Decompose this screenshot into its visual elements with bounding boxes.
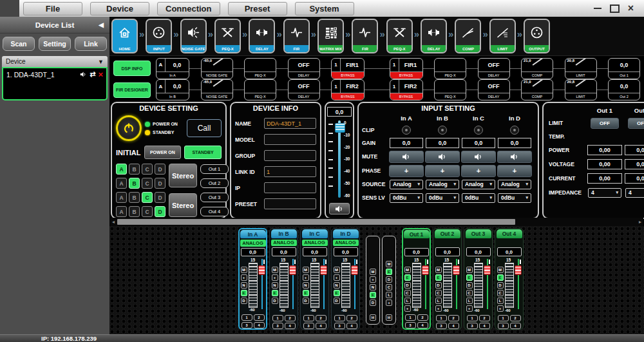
delay-button[interactable]: D (404, 282, 411, 289)
preset-field[interactable] (264, 198, 316, 209)
chain-peq-block[interactable]: PEQ-X (434, 79, 466, 100)
fader-track[interactable] (351, 257, 358, 312)
fader-handle[interactable] (484, 265, 491, 275)
eq-button[interactable]: E (334, 290, 340, 296)
out-1-button[interactable]: Out 1 (200, 164, 229, 174)
scroll-right-icon[interactable]: ▸ (637, 219, 643, 225)
device-dropdown[interactable]: Device ▼ (2, 56, 108, 67)
strip-header[interactable]: In B (271, 229, 297, 238)
delay-button[interactable]: D (370, 299, 376, 306)
sens-lv-select[interactable]: 0dBu▾ (462, 193, 495, 203)
mute-button[interactable] (389, 151, 424, 163)
delay-button[interactable]: D (272, 298, 278, 304)
toolbar-peq-x-in[interactable]: PEQ-X (214, 19, 241, 53)
chain-fir-block[interactable]: 1FIR2 BYPASS (390, 79, 423, 100)
mute-button[interactable]: M (334, 267, 340, 273)
route-4-button[interactable]: 4 (510, 323, 521, 329)
comp-button[interactable]: C (435, 290, 442, 296)
name-field[interactable]: DDA-43DT_1 (264, 118, 316, 129)
eq-button[interactable]: E (241, 290, 247, 296)
phase-button[interactable]: + (241, 274, 247, 281)
chain-fir-block[interactable]: 1FIR2 BYPASS (331, 79, 365, 100)
sens-lv-select[interactable]: 0dBu▾ (498, 193, 531, 203)
standby-button[interactable]: STANDBY (184, 146, 222, 159)
sync-loop-icon[interactable]: ⇄ (90, 70, 95, 79)
master-mute-button[interactable] (329, 203, 350, 214)
limit-button[interactable]: L (404, 298, 411, 304)
phase-button[interactable]: + (272, 274, 278, 281)
route-4-button[interactable]: 4 (254, 322, 265, 328)
chain-delay-block[interactable]: OFF DELAY (478, 58, 510, 79)
strip-gain-value[interactable]: 0,0 (241, 248, 265, 256)
gain-value[interactable]: 0,0 (426, 138, 459, 148)
strip-gain-value[interactable]: 0,0 (272, 247, 296, 256)
eq-button[interactable]: E (272, 290, 278, 296)
route-1-button[interactable]: 1 (272, 315, 283, 321)
model-field[interactable] (264, 134, 316, 145)
source-select[interactable]: Analog▾ (390, 180, 423, 189)
fader-track[interactable] (289, 257, 296, 312)
route-4-button[interactable]: 4 (448, 323, 459, 329)
gain-value[interactable]: 0,0 (498, 138, 531, 148)
route-3-button[interactable]: 3 (272, 323, 283, 329)
matrix-cell-c[interactable]: C (142, 206, 153, 217)
matrix-cell-b[interactable]: B (129, 192, 140, 203)
strip-header[interactable]: Out 2 (435, 229, 460, 238)
eq-button[interactable]: E (466, 274, 473, 281)
stereo-link-button[interactable]: Stereo (169, 164, 197, 187)
route-3-button[interactable]: 3 (405, 322, 416, 328)
toolbar-output[interactable]: OUTPUT (524, 19, 550, 53)
phase-button[interactable]: + (334, 274, 340, 281)
route-2-button[interactable]: 2 (285, 315, 296, 321)
chain-noise-gate-block[interactable]: -65,0 NOISE GATE (201, 79, 233, 100)
delay-button[interactable]: D (466, 282, 473, 289)
sens-lv-select[interactable]: 0dBu▾ (426, 193, 459, 203)
route-2-button[interactable]: 2 (346, 315, 357, 321)
limit-button[interactable]: L (386, 292, 392, 298)
toolbar-comp[interactable]: COMP (455, 19, 481, 53)
noise-gate-button[interactable]: N (303, 282, 309, 289)
toolbar-fir-out[interactable]: FIR (352, 19, 378, 53)
route-3-button[interactable]: 3 (467, 323, 478, 329)
mute-button[interactable]: M (497, 267, 504, 273)
matrix-cell-d[interactable]: D (155, 206, 166, 217)
out-2-button[interactable]: Out 2 (200, 178, 229, 188)
remove-device-icon[interactable]: × (98, 71, 103, 78)
gain-value[interactable]: 0,0 (390, 138, 423, 148)
toolbar-matrix-mix[interactable]: MATRIX MIX (317, 19, 344, 53)
link-all-button[interactable]: H (370, 314, 376, 321)
fader-handle[interactable] (453, 265, 460, 275)
menu-device[interactable]: Device (90, 2, 149, 15)
toolbar-noise-gate[interactable]: NOISE GATE (180, 19, 207, 53)
comp-button[interactable]: C (497, 290, 504, 296)
comp-button[interactable]: C (466, 290, 473, 296)
matrix-cell-c[interactable]: C (142, 178, 153, 189)
route-1-button[interactable]: 1 (436, 315, 447, 321)
fader-handle[interactable] (515, 265, 522, 275)
route-2-button[interactable]: 2 (316, 315, 327, 321)
phase-button[interactable]: + (389, 165, 424, 177)
mute-button[interactable]: M (404, 267, 411, 273)
matrix-cell-c[interactable]: C (142, 164, 153, 175)
chain-limit-block[interactable]: 20,8 LIMIT (565, 58, 597, 79)
chain-delay-block[interactable]: OFF DELAY (478, 79, 510, 100)
phase-button[interactable]: + (466, 305, 473, 312)
chain-fir-block[interactable]: 1FIR1 BYPASS (331, 58, 365, 79)
minimize-button[interactable] (594, 8, 601, 9)
route-3-button[interactable]: 3 (498, 323, 509, 329)
limit-button[interactable]: L (466, 298, 473, 304)
strip-header[interactable]: In D (333, 229, 359, 238)
matrix-cell-a[interactable]: A (116, 178, 127, 189)
power-on-button[interactable]: POWER ON (144, 146, 182, 159)
master-gain-value[interactable]: 0,0 (327, 107, 352, 117)
chain-limit-block[interactable]: 20,8 LIMIT (565, 79, 597, 100)
toolbar-limit[interactable]: LIMIT (489, 19, 516, 53)
group-field[interactable] (264, 150, 316, 161)
out-3-button[interactable]: Out 3 (200, 193, 229, 202)
menu-preset[interactable]: Preset (228, 2, 287, 15)
mute-button[interactable] (461, 151, 496, 163)
scroll-left-icon[interactable]: ◂ (110, 219, 117, 225)
comp-button[interactable]: C (404, 290, 411, 296)
collapse-arrow-icon[interactable]: ◀ (99, 21, 104, 28)
route-3-button[interactable]: 3 (436, 323, 447, 329)
